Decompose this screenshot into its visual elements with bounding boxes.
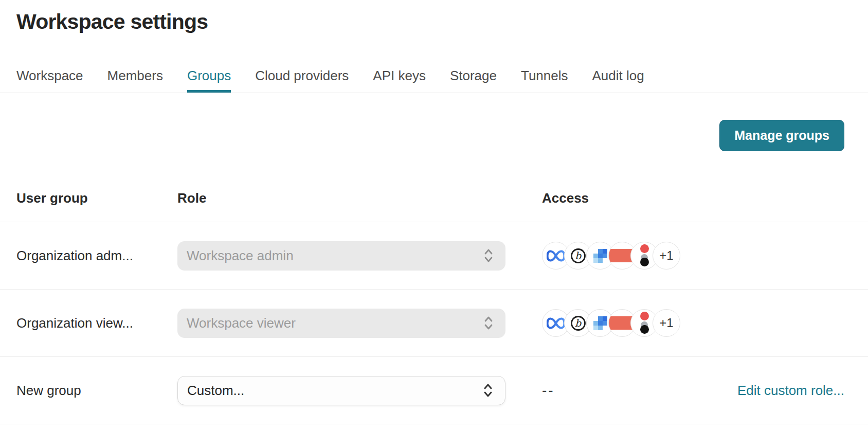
- groups-table: User group Role Access Organization adm.…: [0, 151, 868, 424]
- tab-audit-log[interactable]: Audit log: [592, 68, 644, 93]
- overflow-count-badge[interactable]: +1: [653, 242, 680, 270]
- role-select: Workspace admin: [177, 241, 505, 271]
- role-select-value: Workspace viewer: [187, 315, 296, 331]
- tab-cloud-providers[interactable]: Cloud providers: [255, 68, 349, 93]
- user-group-name: Organization view...: [16, 315, 177, 331]
- tab-api-keys[interactable]: API keys: [373, 68, 426, 93]
- access-empty-indicator: --: [542, 382, 555, 399]
- column-header-access: Access: [542, 190, 712, 206]
- table-row: Organization view... Workspace viewer: [0, 290, 868, 357]
- svg-text:b: b: [574, 317, 582, 328]
- tab-tunnels[interactable]: Tunnels: [521, 68, 568, 93]
- page-title: Workspace settings: [0, 9, 868, 34]
- chevron-up-down-icon: [483, 315, 494, 331]
- role-select-value: Custom...: [187, 383, 244, 399]
- table-header-row: User group Role Access: [0, 151, 868, 222]
- svg-text:b: b: [574, 249, 582, 261]
- overflow-count-badge[interactable]: +1: [653, 309, 680, 337]
- table-row: New group Custom... -- Edit custom role.…: [0, 357, 868, 424]
- user-group-name: New group: [16, 383, 177, 399]
- access-avatar-group: b +1: [542, 242, 680, 270]
- column-header-role: Role: [177, 190, 542, 206]
- chevron-up-down-icon: [482, 383, 494, 398]
- table-row: Organization adm... Workspace admin: [0, 222, 868, 290]
- workspace-settings-page: Workspace settings Workspace Members Gro…: [0, 9, 868, 424]
- tab-groups[interactable]: Groups: [187, 68, 231, 93]
- role-select[interactable]: Custom...: [177, 376, 505, 405]
- chevron-up-down-icon: [483, 248, 494, 263]
- tab-members[interactable]: Members: [107, 68, 163, 93]
- toolbar: Manage groups: [0, 93, 868, 151]
- role-select-value: Workspace admin: [187, 248, 294, 264]
- tab-storage[interactable]: Storage: [450, 68, 497, 93]
- role-select: Workspace viewer: [177, 309, 505, 338]
- tabs-bar: Workspace Members Groups Cloud providers…: [0, 68, 868, 93]
- manage-groups-button[interactable]: Manage groups: [719, 120, 844, 151]
- edit-custom-role-link[interactable]: Edit custom role...: [737, 383, 844, 399]
- column-header-user-group: User group: [16, 190, 177, 206]
- access-avatar-group: b +1: [542, 309, 680, 337]
- user-group-name: Organization adm...: [16, 248, 177, 264]
- tab-workspace[interactable]: Workspace: [16, 68, 83, 93]
